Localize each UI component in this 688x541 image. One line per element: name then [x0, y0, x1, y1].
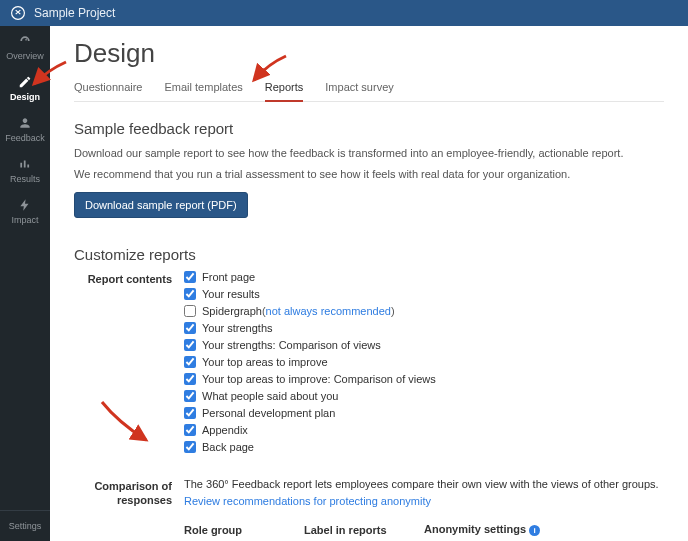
- checkbox-item[interactable]: Personal development plan: [184, 407, 664, 419]
- svg-point-0: [12, 7, 25, 20]
- people-icon: [18, 116, 32, 130]
- checkbox-item[interactable]: Your results: [184, 288, 664, 300]
- checkbox-label: Personal development plan: [202, 407, 335, 419]
- tab-impact-survey[interactable]: Impact survey: [325, 75, 393, 101]
- checkbox-item[interactable]: What people said about you: [184, 390, 664, 402]
- checkbox-label: Back page: [202, 441, 254, 453]
- sidebar-item-label: Settings: [9, 521, 42, 531]
- checkbox-item[interactable]: Your top areas to improve: [184, 356, 664, 368]
- sidebar-item-label: Results: [10, 174, 40, 184]
- checkbox[interactable]: [184, 305, 196, 317]
- checkbox[interactable]: [184, 271, 196, 283]
- checkbox-item[interactable]: Appendix: [184, 424, 664, 436]
- sidebar-item-label: Overview: [6, 51, 44, 61]
- checkbox-label: Your strengths: Comparison of views: [202, 339, 381, 351]
- report-contents-label: Report contents: [74, 271, 184, 458]
- comparison-desc: The 360° Feedback report lets employees …: [184, 478, 664, 490]
- sidebar-item-label: Design: [10, 92, 40, 102]
- sidebar-item-impact[interactable]: Impact: [0, 190, 50, 231]
- sidebar-item-design[interactable]: Design: [0, 67, 50, 108]
- gauge-icon: [18, 34, 32, 48]
- checkbox-label: Front page: [202, 271, 255, 283]
- app-logo-icon: [10, 5, 26, 21]
- spidergraph-link[interactable]: not always recommended: [266, 305, 391, 317]
- checkbox-label: Your results: [202, 288, 260, 300]
- sidebar-item-settings[interactable]: Settings: [0, 510, 50, 541]
- checkbox-label: Your strengths: [202, 322, 273, 334]
- pencil-icon: [18, 75, 32, 89]
- comparison-table: Role group Label in reports Anonymity se…: [184, 517, 664, 541]
- app-header: Sample Project: [0, 0, 688, 26]
- anonymity-link[interactable]: Review recommendations for protecting an…: [184, 495, 431, 507]
- th-role-group: Role group: [184, 517, 304, 541]
- checkbox-label: Your top areas to improve: Comparison of…: [202, 373, 436, 385]
- tabs: Questionnaire Email templates Reports Im…: [74, 75, 664, 102]
- checkbox[interactable]: [184, 356, 196, 368]
- th-label-in-reports: Label in reports: [304, 517, 424, 541]
- bolt-icon: [18, 198, 32, 212]
- checkbox[interactable]: [184, 407, 196, 419]
- checkbox-label: Spidergraph: [202, 305, 262, 317]
- sidebar-item-results[interactable]: Results: [0, 149, 50, 190]
- checkbox-item[interactable]: Your strengths: [184, 322, 664, 334]
- sidebar: Overview Design Feedback Results Impact …: [0, 26, 50, 541]
- download-sample-button[interactable]: Download sample report (PDF): [74, 192, 248, 218]
- checkbox-label: What people said about you: [202, 390, 338, 402]
- sidebar-item-overview[interactable]: Overview: [0, 26, 50, 67]
- checkbox[interactable]: [184, 322, 196, 334]
- main-content: Design Questionnaire Email templates Rep…: [50, 26, 688, 541]
- checkbox-item[interactable]: Spidergraph (not always recommended): [184, 305, 664, 317]
- checkbox-label: Appendix: [202, 424, 248, 436]
- sidebar-item-label: Impact: [11, 215, 38, 225]
- tab-email-templates[interactable]: Email templates: [165, 75, 243, 101]
- sample-report-heading: Sample feedback report: [74, 120, 664, 137]
- sidebar-item-feedback[interactable]: Feedback: [0, 108, 50, 149]
- checkbox[interactable]: [184, 390, 196, 402]
- info-icon[interactable]: i: [529, 525, 540, 536]
- checkbox[interactable]: [184, 339, 196, 351]
- customize-heading: Customize reports: [74, 246, 664, 263]
- checkbox-label: Your top areas to improve: [202, 356, 328, 368]
- app-title: Sample Project: [34, 6, 115, 20]
- report-contents-list: Front pageYour resultsSpidergraph (not a…: [184, 271, 664, 458]
- sidebar-item-label: Feedback: [5, 133, 45, 143]
- checkbox-item[interactable]: Front page: [184, 271, 664, 283]
- bars-icon: [18, 157, 32, 171]
- tab-reports[interactable]: Reports: [265, 75, 304, 102]
- checkbox[interactable]: [184, 424, 196, 436]
- checkbox-item[interactable]: Your strengths: Comparison of views: [184, 339, 664, 351]
- sample-report-desc2: We recommend that you run a trial assess…: [74, 166, 664, 183]
- checkbox-item[interactable]: Your top areas to improve: Comparison of…: [184, 373, 664, 385]
- th-anonymity: Anonymity settingsi: [424, 517, 664, 541]
- tab-questionnaire[interactable]: Questionnaire: [74, 75, 143, 101]
- checkbox-item[interactable]: Back page: [184, 441, 664, 453]
- page-title: Design: [74, 38, 664, 69]
- checkbox[interactable]: [184, 373, 196, 385]
- checkbox[interactable]: [184, 441, 196, 453]
- sample-report-desc1: Download our sample report to see how th…: [74, 145, 664, 162]
- checkbox[interactable]: [184, 288, 196, 300]
- comparison-label: Comparison of responses: [74, 478, 184, 541]
